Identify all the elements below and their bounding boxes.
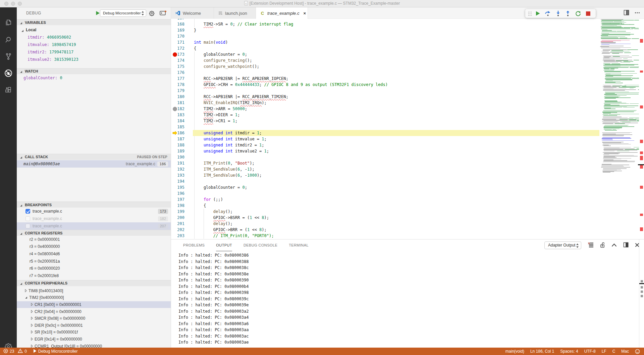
output-log[interactable]: Info : halted: PC: 0x08000386 Info : hal… bbox=[178, 252, 249, 346]
code-line-167[interactable]: 167 bbox=[171, 19, 599, 21]
tab-trace_example-c[interactable]: Ctrace_example.c× bbox=[256, 7, 308, 19]
code-line-192[interactable]: 192 ITM_SendValue(6, -1); bbox=[171, 166, 599, 172]
code-line-202[interactable]: 202 GPIOC->BRR = (1 << 8); bbox=[171, 227, 599, 233]
code-line-176[interactable]: 176 bbox=[171, 70, 599, 76]
variable-row[interactable]: itmvalue: 1898457419 bbox=[17, 41, 171, 48]
code-line-177[interactable]: 177 RCC->APB2ENR |= RCC_APB2ENR_IOPCEN; bbox=[171, 76, 599, 82]
register-row[interactable]: r5 = 0x2000051a bbox=[17, 258, 171, 265]
problems-status[interactable]: 23 0 bbox=[3, 349, 27, 354]
peripheral-row[interactable]: CR2 [0x04] = 0x00000000 bbox=[17, 308, 171, 315]
status-lf[interactable]: LF bbox=[602, 349, 606, 354]
register-row[interactable]: r6 = 0x00000020 bbox=[17, 265, 171, 272]
code-line-184[interactable]: 184 TIM2->CR1 = 1; bbox=[171, 118, 599, 124]
step-into-button[interactable] bbox=[553, 9, 563, 17]
code-line-187[interactable]: 187 unsigned int itmvalue = 1; bbox=[171, 136, 599, 142]
breakpoint-row[interactable]: trace_example.c207 bbox=[17, 222, 171, 230]
debug-status[interactable]: Debug Microcontroller bbox=[33, 349, 77, 354]
variable-row[interactable]: itmdir2: 1799478117 bbox=[17, 48, 171, 56]
code-editor[interactable]: 167168 TIM2->SR = 0; // Clear interrupt … bbox=[171, 19, 599, 239]
code-line-189[interactable]: 189 unsigned int itmvalue2 = 1; bbox=[171, 148, 599, 154]
close-tab-icon[interactable]: × bbox=[303, 11, 306, 15]
code-line-169[interactable]: 169} bbox=[171, 27, 599, 33]
code-line-171[interactable]: 171int main(void) bbox=[171, 39, 599, 45]
breakpoint-row[interactable]: trace_example.c182 bbox=[17, 215, 171, 222]
peripheral-row[interactable]: TIM8 [0x40013400] bbox=[17, 287, 171, 295]
output-channel-dropdown[interactable]: Adapter Output bbox=[544, 241, 581, 249]
peripheral-row[interactable]: TIM2 [0x40000000] bbox=[17, 294, 171, 301]
code-line-198[interactable]: 198 { bbox=[171, 203, 599, 209]
continue-button[interactable] bbox=[533, 9, 543, 17]
code-line-173[interactable]: 173 globalCounter = 0; bbox=[171, 51, 599, 57]
toolbar-drag-handle[interactable] bbox=[528, 11, 532, 16]
status-c[interactable]: C bbox=[612, 349, 615, 354]
panel-tab-debug-console[interactable]: DEBUG CONSOLE bbox=[244, 239, 277, 251]
tab-welcome[interactable]: Welcome bbox=[171, 7, 214, 19]
step-over-button[interactable] bbox=[543, 9, 553, 17]
breakpoint-row[interactable]: trace_example.c173 bbox=[17, 208, 171, 215]
code-line-201[interactable]: 201 delay(); bbox=[171, 221, 599, 227]
register-row[interactable]: r3 = 0x40000000 bbox=[17, 243, 171, 251]
breakpoints-section-header[interactable]: BREAKPOINTS bbox=[17, 202, 171, 208]
registers-section-header[interactable]: CORTEX REGISTERS bbox=[17, 230, 171, 236]
code-line-193[interactable]: 193 ITM_SendValue(6, -1000); bbox=[171, 172, 599, 178]
split-editor-button[interactable] bbox=[624, 10, 629, 16]
watch-row[interactable]: globalCounter: 0 bbox=[17, 74, 171, 82]
status-ln[interactable]: Ln 186, Col 1 bbox=[530, 349, 554, 354]
step-out-button[interactable] bbox=[563, 9, 573, 17]
code-line-185[interactable]: 185 bbox=[171, 124, 599, 130]
breakpoint-checkbox[interactable] bbox=[25, 224, 30, 228]
status-utf-8[interactable]: UTF-8 bbox=[584, 349, 596, 354]
explorer-tab[interactable] bbox=[0, 14, 17, 31]
source-control-tab[interactable] bbox=[0, 48, 17, 65]
variables-section-header[interactable]: VARIABLES bbox=[17, 19, 171, 25]
restart-button[interactable] bbox=[573, 9, 583, 17]
code-line-191[interactable]: 191 ITM_Print(0, "Boot"); bbox=[171, 160, 599, 166]
debug-console-button[interactable] bbox=[160, 10, 166, 17]
code-line-178[interactable]: 178 GPIOC->CRH = 0x44444433; // GPIOC 8 … bbox=[171, 82, 599, 88]
code-line-203[interactable]: 203 // ITM_Print(0, "PORT0"); bbox=[171, 233, 599, 239]
code-line-190[interactable]: 190 bbox=[171, 154, 599, 160]
code-line-182[interactable]: 182 TIM2->ARR = 50000; bbox=[171, 106, 599, 112]
clear-output-button[interactable] bbox=[588, 242, 594, 249]
code-line-200[interactable]: 200 GPIOC->BSRR = (1 << 8); bbox=[171, 215, 599, 221]
watch-section-header[interactable]: WATCH bbox=[17, 68, 171, 74]
peripheral-row[interactable]: EGR [0x14] = 0x00000000 bbox=[17, 336, 171, 343]
code-line-180[interactable]: 180 RCC->APB1ENR |= RCC_APB1ENR_TIM2EN; bbox=[171, 94, 599, 100]
code-line-186[interactable]: 186 unsigned int itmdir = 1; bbox=[171, 130, 599, 136]
variables-scope-row[interactable]: Local bbox=[17, 26, 171, 34]
stack-frame-row[interactable]: main@0x080003aetrace_example.c186 bbox=[17, 160, 171, 168]
code-line-175[interactable]: 175 configure_watchpoint(); bbox=[171, 63, 599, 70]
code-line-183[interactable]: 183 TIM2->DIER = 1; bbox=[171, 112, 599, 118]
code-line-194[interactable]: 194 bbox=[171, 178, 599, 184]
unlock-scroll-button[interactable] bbox=[600, 242, 605, 249]
panel-layout-button[interactable] bbox=[623, 242, 629, 249]
peripheral-row[interactable]: CCMR1_Output [0x18] = 0x00000000 bbox=[17, 343, 171, 348]
status-spaces[interactable]: Spaces: 4 bbox=[560, 349, 578, 354]
minimap[interactable] bbox=[599, 19, 639, 180]
code-line-181[interactable]: 181 NVIC_EnableIRQ(TIM2_IRQn); bbox=[171, 100, 599, 106]
callstack-section-header[interactable]: CALL STACKPAUSED ON STEP bbox=[17, 154, 171, 160]
status-main(void)[interactable]: main(void) bbox=[505, 349, 524, 354]
code-line-199[interactable]: 199 delay(); bbox=[171, 209, 599, 215]
panel-tab-terminal[interactable]: TERMINAL bbox=[289, 239, 309, 251]
code-line-168[interactable]: 168 TIM2->SR = 0; // Clear interrupt fla… bbox=[171, 21, 599, 27]
code-line-196[interactable]: 196 bbox=[171, 190, 599, 196]
breakpoint-checkbox[interactable] bbox=[25, 209, 30, 214]
code-line-179[interactable]: 179 bbox=[171, 88, 599, 94]
maximize-panel-button[interactable] bbox=[611, 243, 617, 248]
code-line-188[interactable]: 188 unsigned int itmdir2 = 1; bbox=[171, 142, 599, 148]
peripheral-row[interactable]: SMCR [0x08] = 0x00000000 bbox=[17, 315, 171, 322]
debug-tab[interactable] bbox=[0, 65, 17, 82]
register-row[interactable]: r7 = 0x20001fe8 bbox=[17, 272, 171, 279]
register-row[interactable]: r2 = 0x00000001 bbox=[17, 236, 171, 243]
extensions-tab[interactable] bbox=[0, 82, 17, 98]
configure-gear-button[interactable] bbox=[149, 10, 155, 17]
launch-config-dropdown[interactable]: Debug Microcontroller bbox=[100, 9, 146, 17]
code-line-195[interactable]: 195 globalCounter = 0; bbox=[171, 184, 599, 190]
peripheral-row[interactable]: DIER [0x0c] = 0x00000001 bbox=[17, 322, 171, 329]
smiley-button[interactable] bbox=[635, 349, 640, 354]
variable-row[interactable]: itmvalue2: 3815390123 bbox=[17, 56, 171, 63]
code-line-170[interactable]: 170 bbox=[171, 33, 599, 39]
code-line-197[interactable]: 197 for (;;) bbox=[171, 196, 599, 203]
tab-launch-json[interactable]: launch.json bbox=[214, 7, 256, 19]
